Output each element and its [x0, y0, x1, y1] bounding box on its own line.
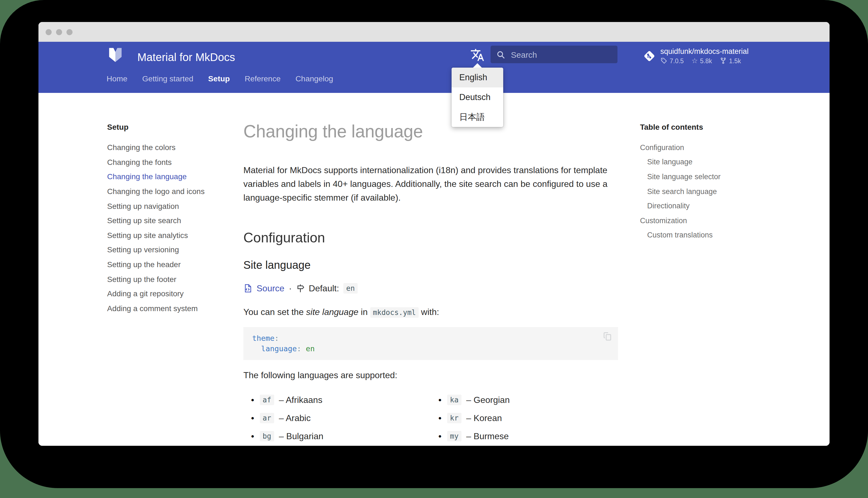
bullet-icon [251, 431, 260, 441]
supported-paragraph: The following languages are supported: [243, 369, 618, 382]
git-icon [643, 50, 656, 63]
nav-tab[interactable]: Getting started [142, 73, 193, 84]
language-option[interactable]: Deutsch [451, 88, 503, 107]
site-title: Material for MkDocs [137, 48, 235, 66]
language-list-item: bg – Bulgarian [243, 427, 431, 445]
language-list-item: af – Afrikaans [243, 391, 431, 409]
copy-icon[interactable] [603, 331, 612, 341]
toc-item[interactable]: Configuration [640, 140, 758, 155]
fork-icon [720, 57, 727, 64]
repo-stats: 7.0.5 ☆ 5.8k 1.5k [660, 57, 748, 64]
milestone-icon [296, 284, 306, 293]
window-close-button[interactable] [45, 29, 52, 35]
toc-item[interactable]: Directionality [640, 199, 758, 213]
sidebar-item[interactable]: Setting up navigation [107, 199, 233, 213]
article: Changing the language Material for MkDoc… [243, 120, 618, 445]
section-heading-configuration: Configuration [243, 229, 618, 247]
language-dropdown: English Deutsch 日本語 [451, 68, 503, 127]
nav-tabs: Home Getting started Setup Reference Cha… [107, 73, 333, 84]
bullet-icon [251, 395, 260, 405]
main-area: Setup Changing the colors Changing the f… [39, 93, 829, 446]
toc-items: Configuration Site language Site languag… [640, 140, 758, 243]
toc-title: Table of contents [640, 121, 758, 132]
repo-version: 7.0.5 [670, 57, 684, 64]
tag-icon [660, 57, 667, 64]
repo-link[interactable]: squidfunk/mkdocs-material 7.0.5 ☆ 5.8k [643, 47, 748, 64]
window-titlebar [39, 22, 829, 42]
language-option[interactable]: English [451, 68, 503, 88]
language-list: af – Afrikaans ar – Arabic [243, 391, 618, 445]
sidebar-item[interactable]: Changing the colors [107, 140, 233, 155]
sidebar-item[interactable]: Setting up the footer [107, 272, 233, 286]
language-list-item: kr – Korean [431, 409, 618, 427]
search-input[interactable] [511, 50, 610, 59]
toc-item[interactable]: Custom translations [640, 228, 758, 243]
toc-item[interactable]: Site search language [640, 184, 758, 199]
bullet-icon [251, 413, 260, 423]
sidebar-nav: Setup Changing the colors Changing the f… [107, 121, 233, 315]
repo-name: squidfunk/mkdocs-material [660, 47, 748, 56]
nav-tab[interactable]: Reference [245, 73, 281, 84]
browser-window: Material for MkDocs [39, 22, 829, 446]
bullet-icon [438, 395, 447, 405]
language-list-item: ar – Arabic [243, 409, 431, 427]
window-zoom-button[interactable] [67, 29, 72, 35]
sidebar-item[interactable]: Setting up the header [107, 257, 233, 272]
search-box [491, 45, 618, 63]
mkdocs-yml-code: mkdocs.yml [370, 307, 419, 318]
sidebar-item[interactable]: Changing the logo and icons [107, 184, 233, 199]
sidebar-item[interactable]: Adding a comment system [107, 301, 233, 315]
sidebar-item[interactable]: Adding a git repository [107, 286, 233, 301]
site-language-emphasis: site language [306, 307, 358, 317]
nav-tab[interactable]: Setup [208, 73, 230, 84]
bullet-icon [438, 413, 447, 423]
code-block: theme: language: en [243, 327, 618, 360]
sidebar-item[interactable]: Setting up site analytics [107, 228, 233, 243]
sidebar-item[interactable]: Changing the fonts [107, 155, 233, 169]
set-language-paragraph: You can set the site language in mkdocs.… [243, 306, 618, 319]
desktop: Material for MkDocs [0, 0, 868, 498]
language-list-item: ka – Georgian [431, 391, 618, 409]
bullet-icon [438, 431, 447, 441]
repo-stars: 5.8k [700, 57, 712, 64]
code-line: theme: [252, 333, 609, 343]
table-of-contents: Table of contents Configuration Site lan… [640, 121, 758, 243]
mkdocs-material-logo-icon[interactable] [106, 45, 125, 64]
language-list-left: af – Afrikaans ar – Arabic [243, 391, 431, 445]
intro-paragraph: Material for MkDocs supports internation… [243, 163, 618, 205]
sidebar-items: Changing the colors Changing the fonts C… [107, 140, 233, 315]
translate-icon[interactable] [470, 48, 485, 62]
app-header: Material for MkDocs [39, 42, 829, 93]
toc-item[interactable]: Customization [640, 213, 758, 228]
window-minimize-button[interactable] [56, 29, 62, 35]
source-file-icon [243, 284, 253, 293]
language-option[interactable]: 日本語 [451, 107, 503, 127]
separator-dot: · [289, 283, 292, 293]
language-list-item: my – Burmese [431, 427, 618, 445]
sidebar-item[interactable]: Changing the language [107, 169, 233, 184]
dropdown-caret-icon [473, 63, 482, 68]
sidebar-title: Setup [107, 121, 233, 132]
toc-item[interactable]: Site language [640, 155, 758, 169]
default-value-code: en [343, 283, 357, 293]
star-icon: ☆ [691, 57, 698, 64]
sidebar-item[interactable]: Setting up site search [107, 213, 233, 228]
source-link[interactable]: Source [257, 283, 284, 293]
sidebar-item[interactable]: Setting up versioning [107, 243, 233, 257]
search-icon [496, 50, 505, 59]
page-title: Changing the language [243, 120, 618, 142]
default-label: Default: [309, 283, 339, 293]
nav-tab[interactable]: Home [107, 73, 127, 84]
source-default-line: Source · Default: en [243, 283, 618, 293]
repo-forks: 1.5k [729, 57, 741, 64]
subsection-heading-site-language: Site language [243, 258, 618, 272]
language-list-right: ka – Georgian kr – Korean [431, 391, 618, 445]
code-line: language: en [252, 343, 609, 354]
nav-tab[interactable]: Changelog [296, 73, 333, 84]
toc-item[interactable]: Site language selector [640, 169, 758, 184]
